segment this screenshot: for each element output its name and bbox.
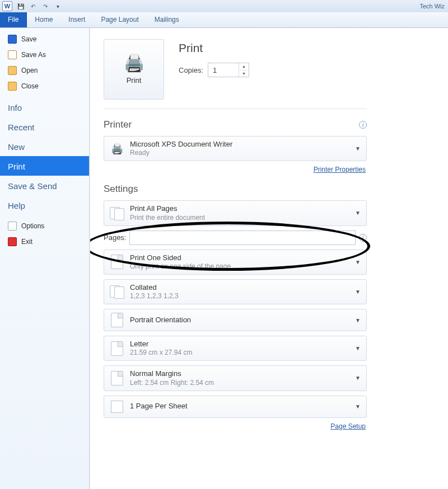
dropdown-caret-icon: ▼ <box>351 317 361 323</box>
printer-info-icon[interactable]: i <box>359 121 367 129</box>
page-setup-link[interactable]: Page Setup <box>330 422 366 430</box>
pages-info-icon[interactable]: i <box>359 234 367 242</box>
nav-new[interactable]: New <box>0 137 89 156</box>
copies-input[interactable] <box>208 63 239 77</box>
print-heading: Print <box>179 41 249 55</box>
page-icon <box>110 255 124 269</box>
nav-label: Save As <box>21 51 46 59</box>
portrait-icon <box>110 313 124 327</box>
pages-row: Pages: i <box>104 231 367 245</box>
backstage: Save Save As Open Close Info Recent New … <box>0 28 448 489</box>
nav-label: Save <box>21 35 36 43</box>
print-panel: 🖨️ Print Print Copies: ▲ ▼ <box>90 28 448 489</box>
letter-icon <box>110 341 124 356</box>
qat-customize-icon[interactable]: ▾ <box>53 1 63 11</box>
setting-print-range[interactable]: Print All Pages Print the entire documen… <box>104 200 367 225</box>
nav-print[interactable]: Print <box>0 156 89 176</box>
qat-redo-icon[interactable]: ↷ <box>40 1 50 11</box>
dropdown-caret-icon: ▼ <box>351 289 361 295</box>
nav-save-send[interactable]: Save & Send <box>0 176 89 195</box>
qat-save-icon[interactable]: 💾 <box>16 1 26 11</box>
close-file-icon <box>8 82 17 91</box>
printer-icon: 🖨️ <box>124 55 144 72</box>
print-header-block: 🖨️ Print Print Copies: ▲ ▼ <box>104 39 367 109</box>
setting-pages-per-sheet[interactable]: 1 Page Per Sheet ▼ <box>104 396 367 418</box>
copies-spinner[interactable]: ▲ ▼ <box>208 63 249 77</box>
nav-close[interactable]: Close <box>0 78 89 94</box>
nav-info[interactable]: Info <box>0 97 89 117</box>
nav-help[interactable]: Help <box>0 195 89 215</box>
setting-collate[interactable]: Collated 1,2,3 1,2,3 1,2,3 ▼ <box>104 279 367 304</box>
printer-name: Microsoft XPS Document Writer <box>130 140 345 149</box>
nav-label: Open <box>21 67 38 74</box>
save-icon <box>8 35 17 44</box>
open-icon <box>8 66 17 75</box>
margins-icon <box>110 371 124 385</box>
nav-label: Exit <box>21 238 32 246</box>
options-icon <box>8 222 17 231</box>
exit-icon <box>8 237 17 246</box>
copies-label: Copies: <box>179 66 203 74</box>
pages-icon <box>110 206 124 220</box>
tab-insert[interactable]: Insert <box>60 12 93 27</box>
qat-undo-icon[interactable]: ↶ <box>28 1 38 11</box>
sheet-icon <box>110 399 124 414</box>
save-as-icon <box>8 50 17 59</box>
dropdown-caret-icon: ▼ <box>351 345 361 351</box>
dropdown-caret-icon: ▼ <box>351 375 361 381</box>
nav-open[interactable]: Open <box>0 63 89 78</box>
nav-label: Close <box>21 82 39 90</box>
setting-orientation[interactable]: Portrait Orientation ▼ <box>104 309 367 331</box>
setting-margins[interactable]: Normal Margins Left: 2.54 cm Right: 2.54… <box>104 365 367 391</box>
print-button-label: Print <box>127 76 142 84</box>
dropdown-caret-icon: ▼ <box>351 145 361 152</box>
copies-down-icon[interactable]: ▼ <box>239 70 249 77</box>
nav-label: Options <box>21 222 44 230</box>
settings-section-label: Settings <box>104 184 367 195</box>
printer-status: Ready <box>130 149 345 157</box>
window-title: Tech Wiz <box>64 3 448 10</box>
word-app-icon: W <box>2 1 12 11</box>
printer-section-label: Printer i <box>104 119 367 130</box>
tab-mailings[interactable]: Mailings <box>147 12 187 27</box>
printer-device-icon: 🖨️ <box>110 142 124 156</box>
tab-page-layout[interactable]: Page Layout <box>93 12 146 27</box>
collate-icon <box>110 284 124 299</box>
pages-input[interactable] <box>129 231 356 245</box>
tab-home[interactable]: Home <box>27 12 60 27</box>
nav-options[interactable]: Options <box>0 218 89 234</box>
dropdown-caret-icon: ▼ <box>351 259 361 265</box>
tab-file[interactable]: File <box>0 12 27 27</box>
nav-save-as[interactable]: Save As <box>0 47 89 63</box>
dropdown-caret-icon: ▼ <box>351 403 361 410</box>
copies-up-icon[interactable]: ▲ <box>239 63 249 70</box>
printer-select[interactable]: 🖨️ Microsoft XPS Document Writer Ready ▼ <box>104 136 367 161</box>
setting-paper-size[interactable]: Letter 21.59 cm x 27.94 cm ▼ <box>104 336 367 361</box>
dropdown-caret-icon: ▼ <box>351 210 361 216</box>
title-bar: W 💾 ↶ ↷ ▾ Tech Wiz <box>0 0 448 12</box>
nav-recent[interactable]: Recent <box>0 117 89 137</box>
nav-exit[interactable]: Exit <box>0 234 89 250</box>
nav-save[interactable]: Save <box>0 31 89 47</box>
setting-sides[interactable]: Print One Sided Only print on one side o… <box>104 250 367 275</box>
printer-properties-link[interactable]: Printer Properties <box>314 166 366 173</box>
backstage-nav: Save Save As Open Close Info Recent New … <box>0 28 90 489</box>
print-button[interactable]: 🖨️ Print <box>104 39 164 100</box>
pages-label: Pages: <box>104 233 126 242</box>
ribbon-tabs: File Home Insert Page Layout Mailings <box>0 12 448 28</box>
